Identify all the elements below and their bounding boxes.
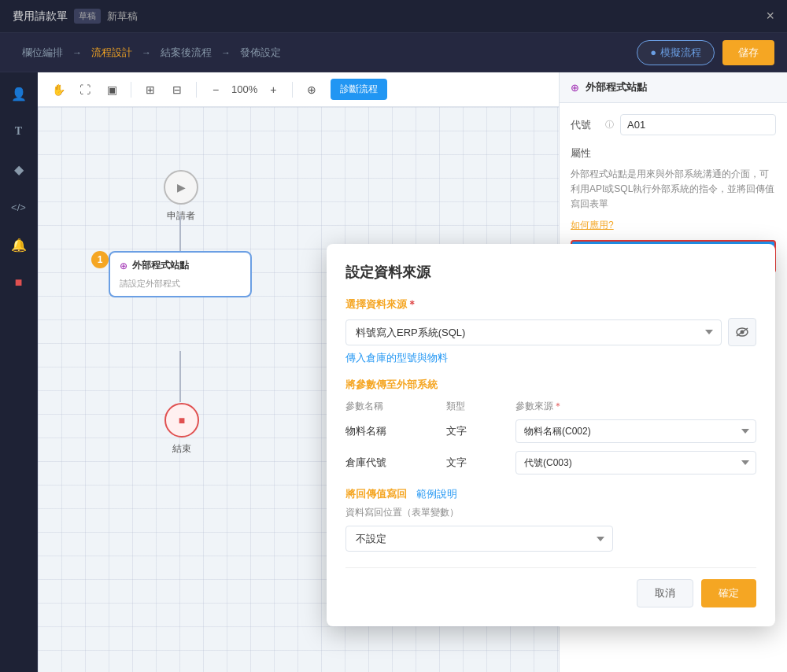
canvas-toolbar: ✋ ⛶ ▣ ⊞ ⊟ − 100% + ⊕ 診斷流程 xyxy=(38,72,559,107)
end-node-circle: ■ xyxy=(164,403,199,438)
start-node[interactable]: ▶ 申請者 xyxy=(164,170,198,223)
step-arrow-1: → xyxy=(72,47,82,58)
select-tool-icon[interactable]: ⛶ xyxy=(74,79,96,101)
step-label-3: 結案後流程 xyxy=(161,46,212,60)
source-select[interactable]: 料號寫入ERP系統(SQL) xyxy=(345,319,722,345)
title-bar-left: 費用請款單 草稿 新草稿 xyxy=(13,9,766,24)
modal-title: 設定資料來源 xyxy=(345,263,756,282)
hand-tool-icon[interactable]: ✋ xyxy=(47,79,69,101)
sidebar-stop-icon[interactable]: ■ xyxy=(7,271,31,294)
rp-header-icon: ⊕ xyxy=(571,82,579,94)
param-type-2: 文字 xyxy=(446,456,509,470)
source-required: ＊ xyxy=(407,298,417,310)
param-header-row: 參數名稱 類型 參數來源＊ xyxy=(345,400,756,413)
sidebar-user-icon[interactable]: 👤 xyxy=(7,82,31,105)
external-program-node[interactable]: ⊕ 外部程式站點 請設定外部程式 xyxy=(109,251,252,297)
close-button[interactable]: × xyxy=(766,8,774,24)
step-arrow-3: → xyxy=(221,47,231,58)
form-title: 費用請款單 xyxy=(13,9,68,24)
zoom-percent: 100% xyxy=(231,83,257,95)
ext-node-title: 外部程式站點 xyxy=(132,259,189,272)
write-back-label: 資料寫回位置（表單變數） xyxy=(345,506,756,519)
source-select-row: 料號寫入ERP系統(SQL) xyxy=(345,318,756,346)
attr-label: 屬性 xyxy=(571,146,776,161)
sidebar-diamond-icon[interactable]: ◆ xyxy=(7,157,31,181)
zoom-in-icon[interactable]: + xyxy=(262,79,284,101)
code-input[interactable] xyxy=(620,114,776,135)
cancel-button[interactable]: 取消 xyxy=(637,579,693,607)
connector-1 xyxy=(179,216,181,251)
sidebar-code-icon[interactable]: </> xyxy=(7,195,31,219)
param-name-1: 物料名稱 xyxy=(345,424,440,438)
header-name: 參數名稱 xyxy=(345,400,440,413)
step-after-close[interactable]: 結案後流程 xyxy=(151,46,221,60)
param-name-2: 倉庫代號 xyxy=(345,456,440,470)
left-sidebar: 👤 T ◆ </> 🔔 ■ xyxy=(0,72,38,672)
step-flow-design[interactable]: 流程設計 xyxy=(82,46,142,60)
draft-badge: 草稿 xyxy=(74,9,101,24)
import-link[interactable]: 傳入倉庫的型號與物料 xyxy=(345,351,756,365)
return-title-row: 將回傳值寫回 範例說明 xyxy=(345,487,756,501)
sidebar-bell-icon[interactable]: 🔔 xyxy=(7,233,31,257)
separator-1 xyxy=(131,82,131,98)
how-to-use-link[interactable]: 如何應用? xyxy=(571,220,614,231)
param-row-1: 物料名稱 文字 物料名稱(C002) xyxy=(345,419,756,443)
step-field-arrange[interactable]: 欄位編排 xyxy=(13,46,72,60)
return-section: 將回傳值寫回 範例說明 資料寫回位置（表單變數） 不設定 xyxy=(345,487,756,552)
ext-node-subtitle: 請設定外部程式 xyxy=(120,279,180,288)
ext-node-icon: ⊕ xyxy=(120,260,127,271)
header-source: 參數來源＊ xyxy=(515,400,756,413)
source-required-star: ＊ xyxy=(553,401,563,412)
simulate-label: 模擬流程 xyxy=(660,46,701,60)
code-field-row: 代號 ⓘ xyxy=(571,114,776,135)
annotation-1: 1 xyxy=(91,251,109,268)
end-node[interactable]: ■ 結束 xyxy=(164,403,199,456)
separator-3 xyxy=(292,82,293,98)
simulate-button[interactable]: ● 模擬流程 xyxy=(637,40,715,65)
connector-2 xyxy=(179,351,181,402)
attr-description: 外部程式站點是用來與外部系統溝通的介面，可利用API或SQL執行外部系統的指令，… xyxy=(571,167,776,212)
code-label: 代號 xyxy=(571,118,599,132)
step-navigation: 欄位編排 → 流程設計 → 結案後流程 → 發佈設定 ● 模擬流程 儲存 xyxy=(0,33,787,72)
step-label-2: 流程設計 xyxy=(91,46,132,60)
param-source-select-2[interactable]: 代號(C003) xyxy=(515,451,756,474)
zoom-out-icon[interactable]: − xyxy=(205,79,227,101)
preview-icon-btn[interactable] xyxy=(728,318,756,346)
sidebar-text-icon[interactable]: T xyxy=(7,120,31,143)
align-right-icon[interactable]: ⊟ xyxy=(166,79,188,101)
step-label-4: 發佈設定 xyxy=(240,46,281,60)
param-table: 參數名稱 類型 參數來源＊ 物料名稱 文字 物料名稱(C002) 倉庫代號 文字… xyxy=(345,400,756,474)
start-node-label: 申請者 xyxy=(167,209,195,223)
modal-footer: 取消 確定 xyxy=(345,567,756,607)
param-type-1: 文字 xyxy=(446,424,509,438)
end-node-label: 結束 xyxy=(172,442,191,456)
start-node-circle: ▶ xyxy=(164,170,198,205)
separator-2 xyxy=(196,82,197,98)
crop-tool-icon[interactable]: ▣ xyxy=(101,79,123,101)
pass-params-title: 將參數傳至外部系統 xyxy=(345,378,756,392)
title-bar: 費用請款單 草稿 新草稿 × xyxy=(0,0,787,33)
write-back-select[interactable]: 不設定 xyxy=(345,526,613,552)
eye-icon xyxy=(736,327,748,337)
rp-header-title: 外部程式站點 xyxy=(586,80,647,94)
step-label-1: 欄位編排 xyxy=(22,46,63,60)
ext-node-header: ⊕ 外部程式站點 xyxy=(120,259,241,272)
save-button[interactable]: 儲存 xyxy=(722,40,774,65)
param-row-2: 倉庫代號 文字 代號(C003) xyxy=(345,451,756,474)
diagnose-button[interactable]: 診斷流程 xyxy=(331,79,387,100)
radio-icon: ● xyxy=(650,46,656,58)
modal-dialog: 設定資料來源 選擇資料來源＊ 料號寫入ERP系統(SQL) 傳入倉庫的型號與物料… xyxy=(327,244,775,626)
code-info-icon: ⓘ xyxy=(605,119,614,131)
example-link[interactable]: 範例說明 xyxy=(416,487,457,501)
right-panel-header: ⊕ 外部程式站點 xyxy=(560,72,787,103)
confirm-button[interactable]: 確定 xyxy=(701,579,756,607)
step-arrow-2: → xyxy=(142,47,151,58)
align-left-icon[interactable]: ⊞ xyxy=(139,79,161,101)
return-label: 將回傳值寫回 xyxy=(345,487,407,501)
source-section-title: 選擇資料來源＊ xyxy=(345,297,756,312)
header-type: 類型 xyxy=(446,400,509,413)
param-source-select-1[interactable]: 物料名稱(C002) xyxy=(515,419,756,443)
step-publish[interactable]: 發佈設定 xyxy=(231,46,290,60)
draft-label: 新草稿 xyxy=(107,9,138,24)
fit-icon[interactable]: ⊕ xyxy=(301,79,323,101)
